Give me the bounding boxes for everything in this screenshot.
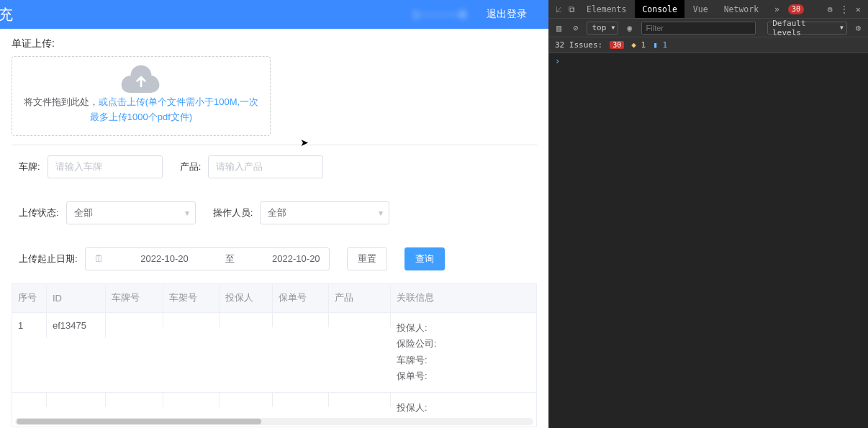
status-label: 上传状态:	[19, 206, 59, 219]
tab-vue[interactable]: Vue	[686, 0, 715, 18]
th-policy: 保单号	[273, 284, 329, 312]
issues-warnings: ◆ 1	[631, 40, 646, 50]
devtools-panel: ⟀ ⧉ Elements Console Vue Network » 30 ⚙ …	[548, 0, 868, 428]
kebab-icon[interactable]: ⋮	[837, 4, 851, 14]
upload-section-label: 单证上传:	[12, 37, 537, 50]
issues-label: 32 Issues:	[555, 40, 602, 50]
tab-network[interactable]: Network	[717, 0, 766, 18]
cloud-upload-icon	[119, 64, 163, 93]
cell-insured	[220, 313, 273, 327]
th-frame: 车架号	[163, 284, 220, 312]
chevron-down-icon: ▾	[379, 208, 383, 218]
date-start: 2022-10-20	[140, 253, 189, 264]
app-title-fragment: 充	[0, 5, 13, 24]
status-select[interactable]: 全部 ▾	[66, 201, 196, 224]
divider	[12, 145, 537, 145]
levels-select[interactable]: Default levels▼	[767, 22, 847, 35]
product-input[interactable]	[208, 155, 323, 178]
upload-click-link[interactable]: 或点击上传(单个文件需小于100M,一次	[99, 96, 258, 107]
gear-icon[interactable]: ⚙	[825, 4, 836, 14]
table-row: 1 ef13475 投保人: 保险公司: 车牌号: 保单号:	[12, 313, 536, 393]
th-id: ID	[47, 284, 106, 312]
console-filter-input[interactable]	[641, 22, 756, 35]
chevron-down-icon: ▾	[185, 208, 189, 218]
date-end: 2022-10-20	[272, 253, 320, 264]
date-range-picker[interactable]: 🗓 2022-10-20 至 2022-10-20	[85, 247, 330, 270]
sidebar-toggle-icon[interactable]: ▥	[553, 23, 564, 33]
th-insured: 投保人	[220, 284, 273, 312]
device-icon[interactable]: ⧉	[566, 4, 578, 14]
upload-click-link-2[interactable]: 最多上传1000个pdf文件)	[90, 111, 192, 122]
console-toolbar: ▥ ⊘ top▼ ◉ Default levels▼ ⚙	[549, 19, 868, 37]
related-plate: 车牌号:	[397, 352, 436, 369]
reset-button[interactable]: 重置	[347, 247, 387, 270]
product-label: 产品:	[180, 160, 202, 173]
horizontal-scrollbar[interactable]	[12, 416, 536, 427]
context-select[interactable]: top▼	[587, 22, 618, 35]
tab-elements[interactable]: Elements	[579, 0, 633, 18]
cell-plate	[106, 313, 163, 327]
console-output[interactable]: ›	[549, 53, 868, 428]
related-insured: 投保人:	[397, 400, 427, 416]
clear-console-icon[interactable]: ⊘	[570, 23, 581, 33]
cell-related: 投保人: 保险公司: 车牌号: 保单号:	[391, 313, 536, 392]
app-header: 充 1----------8 退出登录	[0, 0, 548, 29]
plate-input[interactable]	[48, 155, 163, 178]
eye-icon[interactable]: ◉	[624, 23, 635, 33]
plate-label: 车牌:	[19, 160, 40, 173]
calendar-icon: 🗓	[94, 253, 104, 264]
query-button[interactable]: 查询	[404, 247, 445, 270]
error-count-badge[interactable]: 30	[788, 4, 804, 14]
results-table: 序号 ID 车牌号 车架号 投保人 保单号 产品 关联信息 1 ef13475	[12, 283, 537, 427]
table-row: 投保人:	[12, 393, 536, 416]
cell-policy	[273, 313, 329, 327]
issues-errors: 30	[610, 41, 624, 49]
console-prompt-icon: ›	[555, 56, 560, 66]
settings-gear-icon[interactable]: ⚙	[853, 23, 864, 33]
cell-frame	[163, 313, 220, 327]
issues-info: ▮ 1	[653, 40, 667, 50]
devtools-tabs: ⟀ ⧉ Elements Console Vue Network » 30 ⚙ …	[549, 0, 868, 19]
th-product: 产品	[329, 284, 391, 312]
upload-drop-text: 将文件拖到此处，	[24, 96, 99, 107]
cell-id: ef13475	[47, 313, 106, 338]
operator-select[interactable]: 全部 ▾	[260, 201, 389, 224]
related-company: 保险公司:	[397, 336, 436, 352]
th-related: 关联信息	[391, 284, 536, 312]
user-id: 1----------8	[413, 9, 466, 20]
cell-product	[329, 313, 391, 327]
status-value: 全部	[74, 206, 93, 219]
table-header: 序号 ID 车牌号 车架号 投保人 保单号 产品 关联信息	[12, 284, 536, 313]
date-separator: 至	[225, 252, 235, 265]
operator-label: 操作人员:	[213, 206, 253, 219]
cell-related: 投保人:	[391, 393, 536, 416]
cell-seq: 1	[12, 313, 47, 338]
related-insured: 投保人:	[397, 320, 436, 337]
inspect-icon[interactable]: ⟀	[553, 4, 564, 14]
related-policy: 保单号:	[397, 368, 436, 385]
tab-console[interactable]: Console	[635, 0, 684, 18]
th-plate: 车牌号	[106, 284, 163, 312]
close-icon[interactable]: ✕	[853, 4, 864, 14]
logout-link[interactable]: 退出登录	[487, 8, 527, 21]
operator-value: 全部	[268, 206, 286, 219]
upload-dropzone[interactable]: 将文件拖到此处，或点击上传(单个文件需小于100M,一次 最多上传1000个pd…	[12, 56, 271, 136]
tab-more[interactable]: »	[767, 0, 787, 18]
issues-bar[interactable]: 32 Issues: 30 ◆ 1 ▮ 1	[549, 37, 868, 53]
th-seq: 序号	[12, 284, 47, 312]
date-label: 上传起止日期:	[19, 252, 78, 265]
